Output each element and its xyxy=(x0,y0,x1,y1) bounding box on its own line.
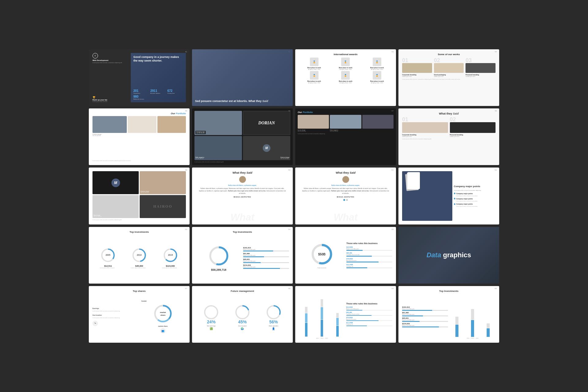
wts-num-8-1: 01 xyxy=(402,117,448,122)
port-desc-6: Lorem ipsum dolor sit amet consectetur a… xyxy=(194,161,290,163)
earnings-label: Earnings xyxy=(92,307,139,309)
testimonial-text-11: Nullam vitae elit libero, a pharetra aug… xyxy=(299,187,392,194)
inv-leg-4: $234,000 Bulus Lorem Blanqutte xyxy=(243,264,289,269)
wts-item-8-2: 02 Personal branding subtitle goes here xyxy=(450,117,496,137)
wts-img-8-1 xyxy=(402,122,448,133)
port-img-5-3 xyxy=(157,116,186,133)
testimonial-text-10: Nullam vitae elit libero, a pharetra aug… xyxy=(196,187,289,194)
watermark-11: What xyxy=(334,212,357,223)
slide-17: 57 Top shares Earnings Lorem ipsum dolor… xyxy=(89,286,190,343)
cm-point-3: Company major points xyxy=(456,203,473,205)
future-item-3: 56% Male (gender) 👤 xyxy=(265,304,282,330)
stat-3: 672 Coming done xyxy=(168,89,184,94)
twr-row-3: $78,993K Muntsful Docsanie xyxy=(346,258,392,262)
net-earnings-icon: 💹 xyxy=(203,327,220,330)
dot-active xyxy=(343,199,345,201)
inv-donut-14: $58,289,718 xyxy=(196,236,242,280)
inv-desc-2: Lorem ipsum dolor sit amet. xyxy=(131,267,146,269)
port-img-7-1 xyxy=(298,115,329,129)
intl-awards-title: International awards xyxy=(299,53,392,56)
work-num-2: 02 xyxy=(434,58,464,63)
twr-19-label-4: Limbarg, etc. xyxy=(346,324,393,325)
future-circles-18: 24% Net earnings 💹 45% Geo location 🌍 xyxy=(196,295,289,339)
work-item-1: 01 Corporate branding subtitle goes here xyxy=(402,58,432,77)
gender-label: Gender xyxy=(141,300,147,302)
stat-4-label: Multimedia services xyxy=(133,98,183,100)
shares-left-17: Earnings Lorem ipsum dolor sit amet cons… xyxy=(92,295,139,339)
works-description: Lorem ipsum dolor sit amet, consectetur … xyxy=(402,78,496,80)
inv-circle-3: 2015 $124,000 Lorem ipsum dolor sit amet… xyxy=(162,247,179,269)
port-img-6-3: Daily magazine clear color silk lester xyxy=(194,136,242,160)
port-img-5-2 xyxy=(128,116,156,133)
future-label-2: Geo location xyxy=(234,325,251,327)
slide-14: 54 Top Investments $58,289,718 $191,910 … xyxy=(192,227,293,284)
inv-leg-sub-4: Bulus Lorem Blanqutte xyxy=(243,266,289,268)
slide-num-18: 58 xyxy=(288,288,290,289)
slide-8: 48 What they Said 01 Corporate branding … xyxy=(398,108,499,165)
award-badge-3: 🏅 xyxy=(373,58,381,66)
slide-16: 56 Data graphics xyxy=(398,227,499,284)
inv-20-item-3: $95,001 Bulus Lorem Blanqutte xyxy=(402,317,448,322)
slide-num-6: 46 xyxy=(288,110,290,112)
port-tag-6-4: Exterior design clear color silk lester xyxy=(281,156,289,159)
award-col-2: 🏅 Best place to work At Ngetry Stake, 20… xyxy=(330,58,361,70)
data-graphics-content: Data graphics xyxy=(398,227,499,284)
web-dev-desc: Lorem ipsum dolor sit amet, consectetur … xyxy=(92,62,129,63)
port-item-7-1: Interior design clear color silk lester xyxy=(298,115,329,132)
twr-label-2: Tumfillae Cloud member xyxy=(346,254,392,255)
slide-6: 46 Company sign clear color silk lester … xyxy=(192,108,293,165)
slide-4: 44 Some of our works 01 Corporate brandi… xyxy=(398,49,499,106)
port-sub-5-1: clear color silk lester xyxy=(92,135,127,136)
slide-18: 58 Future management 24% Net earnings 💹 … xyxy=(192,286,293,343)
work-sub-3: subtitle goes here xyxy=(466,76,496,77)
slide-20: 60 Top Investments $191,910 Bulus Lorem … xyxy=(398,286,499,343)
stat-1-num: 201 xyxy=(133,89,149,92)
top-inv-title-20: Top Investments xyxy=(402,290,496,292)
web-dev-label: Web Development xyxy=(92,59,129,61)
future-donut-1 xyxy=(203,304,220,321)
award-badge-1: 🏅 xyxy=(310,58,318,66)
hairoo-logo: HAIROO xyxy=(153,204,172,209)
slide-num-20: 60 xyxy=(495,288,497,289)
some-works-title: Some of our works xyxy=(402,53,496,56)
slide-1-right: Good company in a journey makes the way … xyxy=(131,53,186,102)
avatar-11 xyxy=(342,176,349,183)
wts-item-8-1: 01 Corporate branding subtitle goes here xyxy=(402,117,448,137)
twr-label-4: Limbarg, etc. xyxy=(346,266,392,267)
award-badge-6: 🏅 xyxy=(373,71,381,80)
geo-desc: Lorem ipsum dolor sit amet consectetur a… xyxy=(92,317,139,318)
port-img-6-4: M Exterior design clear color silk leste… xyxy=(243,136,290,160)
data-title-normal: graphics xyxy=(443,251,471,259)
dorian-logo: DORIAN xyxy=(258,121,275,126)
twr-row-2: $68,49K Tumfillae Cloud member xyxy=(346,252,392,257)
company-img-12 xyxy=(402,171,452,221)
slide-11: 51 What What they Said Nulla vitae elit … xyxy=(295,168,396,224)
stat-4-num: 980 xyxy=(133,95,183,98)
stat-1: 201 Top partners xyxy=(133,89,149,94)
slide-9: 49 M Exterior visual clear color silk le… xyxy=(89,168,190,224)
slide-num-9: 49 xyxy=(185,169,187,171)
testimonial-title-10: What they Said xyxy=(196,171,289,174)
testimonial-subtitle-11: Nulla vitae elit libero, a pharetra augu… xyxy=(299,184,392,186)
svg-text:$50B: $50B xyxy=(318,253,326,256)
twr-legend-19: Those who rules this business $12,000K B… xyxy=(346,290,393,339)
company-major-title-12: Company major points xyxy=(454,185,496,188)
what-they-said-title-8: What they Said xyxy=(402,112,496,115)
slide-12: 52 Company major points Lorem ipsum dolo… xyxy=(398,168,499,224)
inv-donut-1: 2005 xyxy=(100,247,116,264)
people-icon-17: 👥 xyxy=(160,328,166,334)
port-img-7-2 xyxy=(330,115,361,129)
data-title-italic: Data xyxy=(427,251,441,259)
work-img-1 xyxy=(402,63,432,73)
sign-img-9-1: M xyxy=(92,171,139,194)
nav-dots-11 xyxy=(299,199,392,201)
future-item-2: 45% Geo location 🌍 xyxy=(234,304,251,330)
inv-leg-3: $95,001 Bulus Lorem Blanqutte xyxy=(243,258,289,263)
wts-num-8-2: 02 xyxy=(450,117,496,122)
bar-year-label-20: 2018 — 2019 — 2020 xyxy=(450,337,496,339)
inv-20-sub-3: Bulus Lorem Blanqutte xyxy=(402,319,448,321)
future-label-3: Male (gender) xyxy=(265,325,282,327)
twr-row-4: $12,345B Limbarg, etc. xyxy=(346,264,392,268)
stat-4: 980 Multimedia services xyxy=(133,95,183,100)
cm-item-2: Company major points Lorem ipsum dolor s… xyxy=(454,198,496,202)
